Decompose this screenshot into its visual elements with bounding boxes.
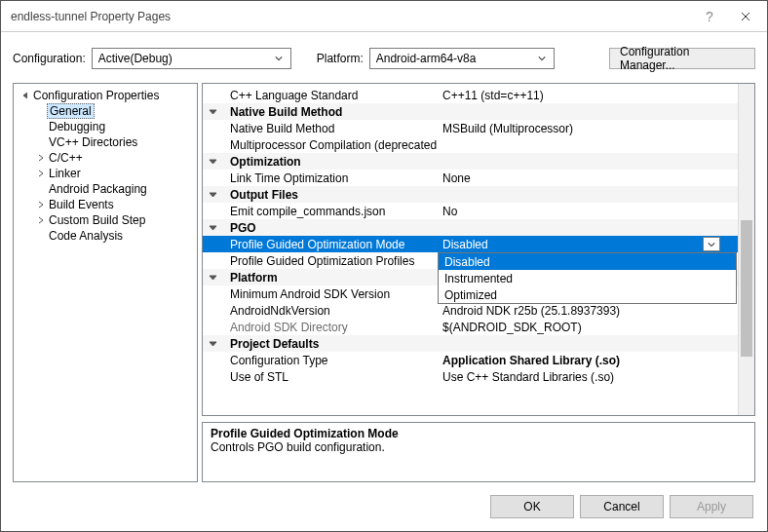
- collapse-icon[interactable]: [203, 107, 222, 116]
- titlebar: endless-tunnel Property Pages ?: [1, 1, 767, 32]
- chevron-down-icon: [271, 52, 287, 65]
- window-title: endless-tunnel Property Pages: [11, 10, 695, 23]
- grid-row[interactable]: Native Build MethodMSBuild (Multiprocess…: [203, 120, 738, 136]
- grid-row[interactable]: Link Time OptimizationNone: [203, 170, 738, 186]
- collapse-icon[interactable]: [203, 157, 222, 166]
- collapse-icon[interactable]: [203, 273, 222, 282]
- tree-item-linker[interactable]: Linker: [14, 166, 197, 181]
- expand-icon[interactable]: [35, 154, 47, 162]
- dropdown-button[interactable]: [703, 237, 720, 251]
- grid-row[interactable]: Emit compile_commands.jsonNo: [203, 203, 738, 219]
- dialog-body: Configuration Properties GeneralDebuggin…: [1, 83, 767, 482]
- grid-row[interactable]: Project Defaults: [203, 335, 738, 352]
- tree-root[interactable]: Configuration Properties: [14, 88, 197, 103]
- grid-row[interactable]: Optimization: [203, 153, 738, 170]
- description-panel: Profile Guided Optimization Mode Control…: [202, 422, 755, 482]
- tree-item-c-c-[interactable]: C/C++: [14, 150, 197, 166]
- collapse-icon[interactable]: [203, 190, 222, 199]
- platform-combo[interactable]: Android-arm64-v8a: [369, 48, 555, 69]
- close-icon[interactable]: [724, 2, 767, 31]
- collapse-icon[interactable]: [19, 92, 31, 99]
- dialog-footer: OK Cancel Apply: [1, 482, 767, 531]
- grid-row[interactable]: C++ Language StandardC++11 (std=c++11): [203, 87, 738, 103]
- grid-row[interactable]: Profile Guided Optimization ModeDisabled: [203, 236, 738, 252]
- tree-item-build-events[interactable]: Build Events: [14, 197, 197, 212]
- grid-row[interactable]: PGO: [203, 219, 738, 236]
- chevron-down-icon: [534, 52, 550, 65]
- tree-item-general[interactable]: General: [14, 103, 197, 119]
- description-title: Profile Guided Optimization Mode: [211, 427, 747, 440]
- scrollbar-thumb[interactable]: [741, 220, 752, 357]
- config-toolbar: Configuration: Active(Debug) Platform: A…: [1, 32, 767, 83]
- grid-row[interactable]: Native Build Method: [203, 103, 738, 120]
- scrollbar[interactable]: [738, 84, 754, 415]
- expand-icon[interactable]: [35, 170, 47, 177]
- tree-item-custom-build-step[interactable]: Custom Build Step: [14, 212, 197, 228]
- grid-row[interactable]: Output Files: [203, 186, 738, 203]
- ok-button[interactable]: OK: [490, 495, 574, 518]
- expand-icon[interactable]: [35, 216, 47, 224]
- dropdown-option[interactable]: Optimized: [439, 286, 736, 303]
- configuration-combo[interactable]: Active(Debug): [92, 48, 291, 69]
- dropdown-option[interactable]: Instrumented: [439, 270, 736, 286]
- tree-item-debugging[interactable]: Debugging: [14, 119, 197, 134]
- grid-row[interactable]: AndroidNdkVersionAndroid NDK r25b (25.1.…: [203, 302, 738, 319]
- property-panel: C++ Language StandardC++11 (std=c++11)Na…: [202, 83, 755, 482]
- property-grid[interactable]: C++ Language StandardC++11 (std=c++11)Na…: [202, 83, 755, 416]
- tree-item-code-analysis[interactable]: Code Analysis: [14, 228, 197, 244]
- cancel-button[interactable]: Cancel: [580, 495, 664, 518]
- grid-row[interactable]: Configuration TypeApplication Shared Lib…: [203, 352, 738, 368]
- property-pages-window: endless-tunnel Property Pages ? Configur…: [0, 0, 768, 532]
- pgo-mode-dropdown[interactable]: DisabledInstrumentedOptimized: [438, 252, 737, 304]
- configuration-value: Active(Debug): [98, 52, 271, 65]
- collapse-icon[interactable]: [203, 223, 222, 232]
- grid-row[interactable]: Android SDK Directory$(ANDROID_SDK_ROOT): [203, 319, 738, 335]
- tree-item-vc-directories[interactable]: VC++ Directories: [14, 134, 197, 150]
- apply-button[interactable]: Apply: [670, 495, 753, 518]
- platform-value: Android-arm64-v8a: [376, 52, 534, 65]
- help-icon[interactable]: ?: [695, 9, 724, 24]
- configuration-manager-button[interactable]: Configuration Manager...: [609, 48, 755, 69]
- platform-label: Platform:: [317, 52, 364, 65]
- description-body: Controls PGO build configuration.: [211, 440, 747, 454]
- collapse-icon[interactable]: [203, 339, 222, 348]
- configuration-label: Configuration:: [13, 52, 86, 65]
- expand-icon[interactable]: [35, 201, 47, 209]
- nav-tree[interactable]: Configuration Properties GeneralDebuggin…: [13, 83, 198, 482]
- grid-row[interactable]: Multiprocessor Compilation (deprecated): [203, 136, 738, 153]
- tree-item-android-packaging[interactable]: Android Packaging: [14, 181, 197, 197]
- dropdown-option[interactable]: Disabled: [439, 253, 736, 270]
- grid-row[interactable]: Use of STLUse C++ Standard Libraries (.s…: [203, 368, 738, 385]
